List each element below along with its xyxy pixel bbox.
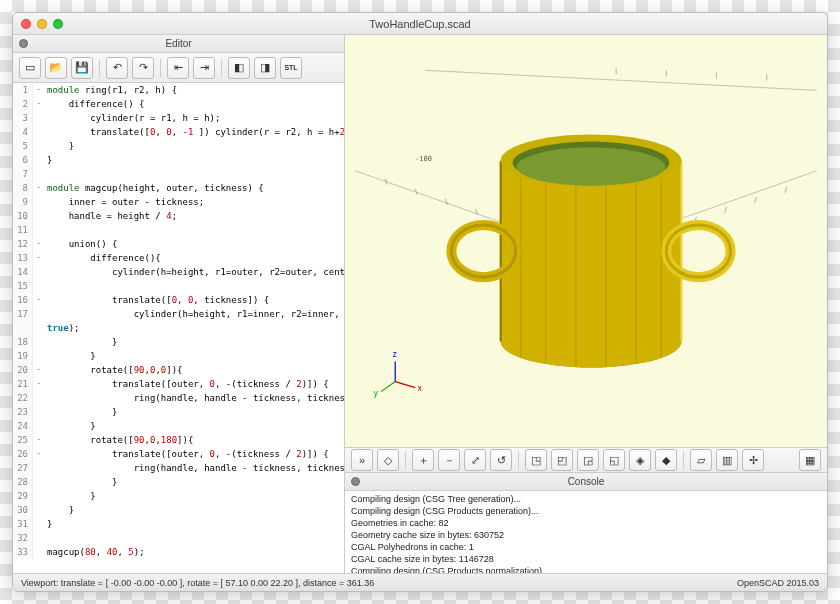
code-text[interactable]: module ring(r1, r2, h) { [45,83,177,97]
code-text[interactable]: ring(handle, handle - tickness, tickness… [45,391,344,405]
code-line[interactable]: 7 [13,167,344,181]
code-text[interactable]: cylinder(h=height, r1=inner, r2=inner, c… [45,307,344,321]
code-text[interactable]: rotate([90,0,0]){ [45,363,183,377]
code-text[interactable]: difference(){ [45,251,161,265]
code-line[interactable]: 22 ring(handle, handle - tickness, tickn… [13,391,344,405]
code-text[interactable]: } [45,489,96,503]
code-text[interactable] [45,279,47,293]
code-line[interactable]: 11 [13,223,344,237]
undo-button[interactable]: ↶ [106,57,128,79]
code-text[interactable]: } [45,475,117,489]
code-line[interactable]: 26- translate([outer, 0, -(tickness / 2)… [13,447,344,461]
code-text[interactable]: } [45,139,74,153]
view-diagonal-button[interactable]: ◈ [629,449,651,471]
console-output[interactable]: Compiling design (CSG Tree generation)..… [345,491,827,573]
code-text[interactable]: ring(handle, handle - tickness, tickness… [45,461,344,475]
code-line[interactable]: 14 cylinder(h=height, r1=outer, r2=outer… [13,265,344,279]
code-line[interactable]: 8-module magcup(height, outer, tickness)… [13,181,344,195]
minimize-window-button[interactable] [37,19,47,29]
show-wireframe-button[interactable]: ▥ [716,449,738,471]
code-line[interactable]: 27 ring(handle, handle - tickness, tickn… [13,461,344,475]
code-line[interactable]: 13- difference(){ [13,251,344,265]
fold-toggle[interactable]: - [33,447,45,461]
code-text[interactable]: } [45,349,96,363]
zoom-fit-button[interactable]: ⤢ [464,449,486,471]
fold-toggle[interactable]: - [33,97,45,111]
view-top-button[interactable]: ◰ [551,449,573,471]
zoom-window-button[interactable] [53,19,63,29]
code-line[interactable]: 28 } [13,475,344,489]
titlebar[interactable]: TwoHandleCup.scad [13,13,827,35]
export-stl-button[interactable]: STL [280,57,302,79]
code-text[interactable] [45,223,47,237]
code-text[interactable]: translate([0, 0, tickness]) { [45,293,269,307]
code-line[interactable]: 6} [13,153,344,167]
code-text[interactable]: true); [45,321,80,335]
code-text[interactable]: inner = outer - tickness; [45,195,204,209]
code-text[interactable]: } [45,153,52,167]
fold-toggle[interactable]: - [33,433,45,447]
code-line[interactable]: 4 translate([0, 0, -1 ]) cylinder(r = r2… [13,125,344,139]
orthographic-button[interactable]: ▦ [799,449,821,471]
code-line[interactable]: 1-module ring(r1, r2, h) { [13,83,344,97]
3d-viewport[interactable]: x y z -100 [345,35,827,447]
unindent-button[interactable]: ⇤ [167,57,189,79]
reset-view-button[interactable]: ↺ [490,449,512,471]
code-line[interactable]: 20- rotate([90,0,0]){ [13,363,344,377]
code-text[interactable]: } [45,419,96,433]
console-close-button[interactable] [351,477,360,486]
code-line[interactable]: 15 [13,279,344,293]
zoom-out-button[interactable]: － [438,449,460,471]
preview-button[interactable]: ◧ [228,57,250,79]
code-line[interactable]: 16- translate([0, 0, tickness]) { [13,293,344,307]
open-file-button[interactable]: 📂 [45,57,67,79]
fold-toggle[interactable]: - [33,83,45,97]
code-line[interactable]: 24 } [13,419,344,433]
code-text[interactable]: handle = height / 4; [45,209,177,223]
code-line[interactable]: 33magcup(80, 40, 5); [13,545,344,559]
code-line[interactable]: 5 } [13,139,344,153]
code-line[interactable]: 17 cylinder(h=height, r1=inner, r2=inner… [13,307,344,321]
fold-toggle[interactable]: - [33,377,45,391]
editor-close-button[interactable] [19,39,28,48]
new-file-button[interactable]: ▭ [19,57,41,79]
code-text[interactable]: magcup(80, 40, 5); [45,545,145,559]
code-line[interactable]: 29 } [13,489,344,503]
view-right-button[interactable]: ◳ [525,449,547,471]
save-file-button[interactable]: 💾 [71,57,93,79]
code-text[interactable]: cylinder(r = r1, h = h); [45,111,220,125]
code-text[interactable]: translate([outer, 0, -(tickness / 2)]) { [45,447,329,461]
view-back-button[interactable]: ◆ [655,449,677,471]
code-text[interactable] [45,531,47,545]
view-render-button[interactable]: ◇ [377,449,399,471]
code-line[interactable]: 21- translate([outer, 0, -(tickness / 2)… [13,377,344,391]
code-editor[interactable]: 1-module ring(r1, r2, h) {2- difference(… [13,83,344,573]
render-button[interactable]: ◨ [254,57,276,79]
fold-toggle[interactable]: - [33,293,45,307]
code-text[interactable]: translate([0, 0, -1 ]) cylinder(r = r2, … [45,125,344,139]
code-line[interactable]: 3 cylinder(r = r1, h = h); [13,111,344,125]
code-line[interactable]: 25- rotate([90,0,180]){ [13,433,344,447]
code-text[interactable]: union() { [45,237,117,251]
zoom-in-button[interactable]: ＋ [412,449,434,471]
code-line[interactable]: 19 } [13,349,344,363]
code-line[interactable]: true); [13,321,344,335]
code-line[interactable]: 9 inner = outer - tickness; [13,195,344,209]
show-surfaces-button[interactable]: ▱ [690,449,712,471]
view-bottom-button[interactable]: ◲ [577,449,599,471]
code-line[interactable]: 12- union() { [13,237,344,251]
code-line[interactable]: 18 } [13,335,344,349]
code-text[interactable]: translate([outer, 0, -(tickness / 2)]) { [45,377,329,391]
code-line[interactable]: 10 handle = height / 4; [13,209,344,223]
code-text[interactable]: } [45,517,52,531]
code-text[interactable]: difference() { [45,97,145,111]
code-text[interactable]: } [45,503,74,517]
fold-toggle[interactable]: - [33,181,45,195]
code-line[interactable]: 32 [13,531,344,545]
code-line[interactable]: 23 } [13,405,344,419]
close-window-button[interactable] [21,19,31,29]
code-text[interactable]: } [45,405,117,419]
show-axes-button[interactable]: ✢ [742,449,764,471]
fold-toggle[interactable]: - [33,251,45,265]
code-line[interactable]: 31} [13,517,344,531]
